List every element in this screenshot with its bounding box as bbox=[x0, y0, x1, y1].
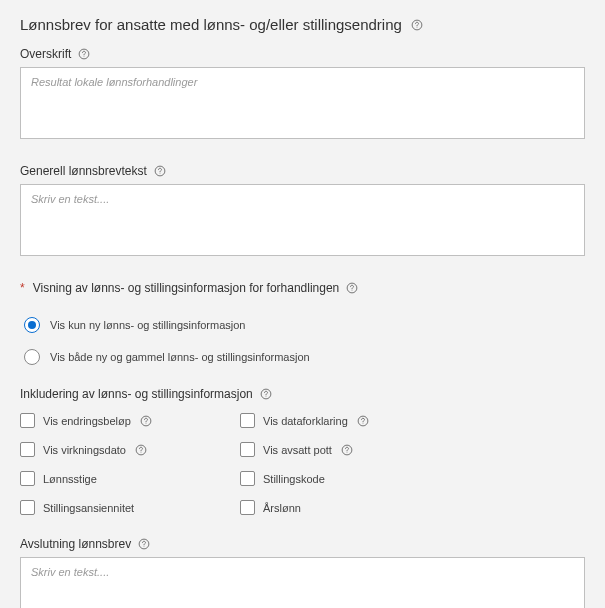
label-generell: Generell lønnsbrevtekst bbox=[20, 164, 585, 178]
checkbox-vis-virkningsdato[interactable]: Vis virkningsdato bbox=[20, 442, 220, 457]
page-title-text: Lønnsbrev for ansatte med lønns- og/elle… bbox=[20, 16, 402, 33]
help-icon[interactable] bbox=[356, 414, 370, 428]
label-overskrift-text: Overskrift bbox=[20, 47, 71, 61]
help-icon[interactable] bbox=[259, 387, 273, 401]
help-icon[interactable] bbox=[340, 443, 354, 457]
label-inkludering-text: Inkludering av lønns- og stillingsinform… bbox=[20, 387, 253, 401]
svg-point-7 bbox=[352, 290, 353, 291]
svg-point-15 bbox=[141, 452, 142, 453]
help-icon[interactable] bbox=[134, 443, 148, 457]
label-visning: * Visning av lønns- og stillingsinformas… bbox=[20, 281, 585, 295]
checkbox-icon bbox=[20, 413, 35, 428]
help-icon[interactable] bbox=[77, 47, 91, 61]
svg-point-13 bbox=[362, 423, 363, 424]
label-avslutning-text: Avslutning lønnsbrev bbox=[20, 537, 131, 551]
checkbox-label: Lønnsstige bbox=[43, 473, 97, 485]
page-title: Lønnsbrev for ansatte med lønns- og/elle… bbox=[20, 16, 585, 33]
section-inkludering: Inkludering av lønns- og stillingsinform… bbox=[20, 387, 585, 515]
section-visning: * Visning av lønns- og stillingsinformas… bbox=[20, 281, 585, 365]
generell-input[interactable] bbox=[20, 184, 585, 256]
label-generell-text: Generell lønnsbrevtekst bbox=[20, 164, 147, 178]
help-icon[interactable] bbox=[153, 164, 167, 178]
svg-point-17 bbox=[346, 452, 347, 453]
help-icon[interactable] bbox=[137, 537, 151, 551]
svg-point-11 bbox=[145, 423, 146, 424]
section-generell: Generell lønnsbrevtekst bbox=[20, 164, 585, 259]
label-visning-text: Visning av lønns- og stillingsinformasjo… bbox=[33, 281, 340, 295]
overskrift-input[interactable] bbox=[20, 67, 585, 139]
checkbox-icon bbox=[240, 413, 255, 428]
required-star: * bbox=[20, 281, 25, 295]
radio-icon bbox=[24, 349, 40, 365]
svg-point-1 bbox=[416, 27, 417, 28]
checkbox-label: Stillingskode bbox=[263, 473, 325, 485]
checkbox-arslonn[interactable]: Årslønn bbox=[240, 500, 440, 515]
svg-point-9 bbox=[265, 396, 266, 397]
radio-option-2[interactable]: Vis både ny og gammel lønns- og stilling… bbox=[24, 349, 585, 365]
checkbox-icon bbox=[240, 500, 255, 515]
checkbox-vis-avsatt-pott[interactable]: Vis avsatt pott bbox=[240, 442, 440, 457]
radio-group-visning: Vis kun ny lønns- og stillingsinformasjo… bbox=[20, 301, 585, 365]
radio-label: Vis både ny og gammel lønns- og stilling… bbox=[50, 351, 310, 363]
help-icon[interactable] bbox=[345, 281, 359, 295]
checkbox-label: Vis virkningsdato bbox=[43, 444, 126, 456]
checkbox-stillingsansiennitet[interactable]: Stillingsansiennitet bbox=[20, 500, 220, 515]
checkbox-icon bbox=[20, 471, 35, 486]
label-avslutning: Avslutning lønnsbrev bbox=[20, 537, 585, 551]
checkbox-label: Stillingsansiennitet bbox=[43, 502, 134, 514]
svg-point-19 bbox=[144, 546, 145, 547]
checkbox-lonnsstige[interactable]: Lønnsstige bbox=[20, 471, 220, 486]
checkbox-icon bbox=[240, 442, 255, 457]
checkbox-stillingskode[interactable]: Stillingskode bbox=[240, 471, 440, 486]
checkbox-label: Vis dataforklaring bbox=[263, 415, 348, 427]
checkbox-icon bbox=[20, 500, 35, 515]
label-inkludering: Inkludering av lønns- og stillingsinform… bbox=[20, 387, 585, 401]
checkbox-label: Vis endringsbeløp bbox=[43, 415, 131, 427]
checkbox-vis-dataforklaring[interactable]: Vis dataforklaring bbox=[240, 413, 440, 428]
section-overskrift: Overskrift bbox=[20, 47, 585, 142]
checkbox-grid: Vis endringsbeløp Vis dataforklaring Vis… bbox=[20, 407, 585, 515]
label-overskrift: Overskrift bbox=[20, 47, 585, 61]
avslutning-input[interactable] bbox=[20, 557, 585, 608]
radio-label: Vis kun ny lønns- og stillingsinformasjo… bbox=[50, 319, 245, 331]
checkbox-icon bbox=[240, 471, 255, 486]
checkbox-label: Vis avsatt pott bbox=[263, 444, 332, 456]
section-avslutning: Avslutning lønnsbrev bbox=[20, 537, 585, 608]
checkbox-icon bbox=[20, 442, 35, 457]
checkbox-label: Årslønn bbox=[263, 502, 301, 514]
help-icon[interactable] bbox=[139, 414, 153, 428]
checkbox-vis-endringsbelop[interactable]: Vis endringsbeløp bbox=[20, 413, 220, 428]
radio-icon bbox=[24, 317, 40, 333]
radio-option-1[interactable]: Vis kun ny lønns- og stillingsinformasjo… bbox=[24, 317, 585, 333]
help-icon[interactable] bbox=[410, 18, 424, 32]
svg-point-3 bbox=[84, 56, 85, 57]
svg-point-5 bbox=[159, 173, 160, 174]
